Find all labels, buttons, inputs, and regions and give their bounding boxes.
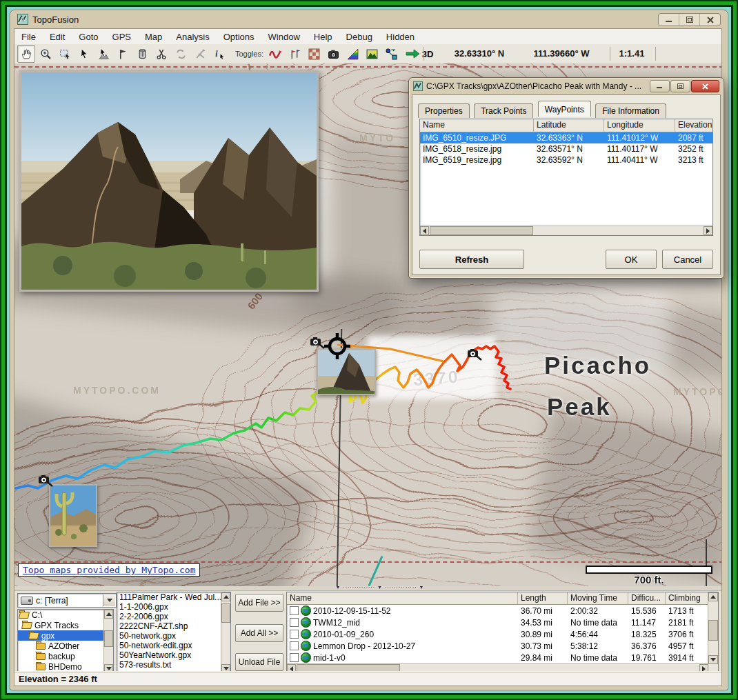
map-attribution[interactable]: Topo maps provided by MyTopo.com (18, 563, 200, 577)
col-header-moving-time[interactable]: Moving Time (568, 592, 628, 604)
tree-item-azother[interactable]: AZOther (18, 641, 113, 651)
eraser-tool-button[interactable] (133, 45, 151, 63)
toggle-tiles-button[interactable] (306, 45, 323, 63)
refresh-button[interactable]: Refresh (419, 250, 524, 269)
ok-button[interactable]: OK (606, 250, 657, 269)
toggle-tracks-button[interactable] (267, 45, 285, 63)
waypoints-table[interactable]: Name Latitude Longitude Elevation IMG_65… (419, 119, 713, 236)
select-track-button[interactable] (94, 45, 112, 63)
waypoint-row-selected[interactable]: IMG_6510_resize.JPG 32.63363° N 111.4101… (420, 132, 712, 143)
photo-thumbnail-cactus[interactable] (49, 484, 97, 547)
dialog-minimize-button[interactable] (650, 80, 670, 92)
tab-track-points[interactable]: Track Points (474, 103, 533, 118)
track-row[interactable]: TWM12_mid 34.53 miNo time data11.1472181… (287, 617, 708, 628)
waypoint-row[interactable]: IMG_6518_resize.jpg 32.63571° N 111.4011… (420, 143, 712, 154)
menu-map[interactable]: Map (138, 30, 169, 43)
track-checkbox[interactable] (290, 641, 299, 650)
menu-file[interactable]: File (14, 30, 43, 43)
tree-item-gpx-selected[interactable]: gpx (18, 630, 113, 641)
wp-col-latitude[interactable]: Latitude (534, 119, 604, 132)
track-row[interactable]: Lemmon Drop - 2012-10-27 30.73 mi5:38:12… (287, 640, 708, 652)
add-all-button[interactable]: Add All >> (235, 624, 283, 642)
tree-item-gpx-tracks[interactable]: GPX Tracks (18, 620, 113, 630)
menu-edit[interactable]: Edit (43, 30, 72, 43)
col-header-climbing[interactable]: Climbing (666, 592, 708, 604)
cut-track-button[interactable] (152, 45, 170, 63)
file-item[interactable]: 111Palmer Park - Wed Jul... (117, 592, 221, 602)
add-file-button[interactable]: Add File >> (235, 594, 283, 612)
waypoint-row[interactable]: IMG_6519_resize.jpg 32.63592° N 111.4041… (420, 154, 712, 166)
menu-hidden[interactable]: Hidden (379, 30, 421, 43)
toggle-waypoints-button[interactable] (286, 45, 304, 63)
track-checkbox[interactable] (290, 653, 299, 662)
unload-file-button[interactable]: Unload File (235, 653, 283, 671)
marquee-select-button[interactable] (56, 45, 74, 63)
wp-col-name[interactable]: Name (420, 119, 534, 132)
menu-window[interactable]: Window (261, 30, 307, 43)
file-item[interactable]: 50-network-edit.gpx (117, 641, 221, 650)
waypoints-horizontal-scrollbar[interactable] (420, 226, 712, 235)
tab-properties[interactable]: Properties (418, 103, 470, 118)
undo-redo-button[interactable] (172, 45, 190, 63)
file-item[interactable]: 2222CNF-AZT.shp (117, 621, 221, 631)
title-bar[interactable]: TopoFusion (10, 10, 728, 28)
toggle-network-button[interactable] (383, 45, 401, 63)
file-item[interactable]: 2-2-2006.gpx (117, 612, 221, 621)
col-header-length[interactable]: Length (518, 592, 568, 604)
toggle-elevation-gradient-button[interactable] (344, 45, 362, 63)
file-list-scrollbar[interactable] (221, 592, 230, 673)
file-item[interactable]: 1-1-2006.gpx (117, 602, 221, 612)
menu-goto[interactable]: Goto (72, 30, 105, 43)
track-checkbox[interactable] (290, 630, 299, 639)
tab-file-information[interactable]: File Information (595, 103, 666, 118)
waypoint-flag-button[interactable] (114, 45, 132, 63)
track-merge-button[interactable] (191, 45, 209, 63)
minimize-button[interactable] (659, 14, 679, 26)
camera-marker-icon[interactable] (467, 348, 482, 361)
file-list[interactable]: 111Palmer Park - Wed Jul... 1-1-2006.gpx… (117, 592, 231, 674)
menu-debug[interactable]: Debug (339, 30, 379, 43)
col-header-name[interactable]: Name (287, 592, 518, 604)
dialog-maximize-button[interactable] (670, 80, 690, 92)
cancel-button[interactable]: Cancel (662, 250, 713, 269)
wp-col-elevation[interactable]: Elevation (675, 119, 712, 132)
menu-help[interactable]: Help (307, 30, 339, 43)
pan-tool-button[interactable] (17, 45, 35, 63)
tree-item-c-drive[interactable]: C:\ (18, 610, 113, 620)
track-row[interactable]: 2010-12-09-15-11-52 36.70 mi2:00:3215.53… (287, 605, 708, 617)
camera-marker-icon[interactable] (38, 474, 53, 487)
waypoints-dialog[interactable]: C:\GPX Tracks\gpx\AZOther\Picacho Peak w… (408, 77, 724, 279)
drive-dropdown-arrow[interactable] (103, 594, 115, 606)
zoom-tool-button[interactable] (37, 45, 54, 63)
tree-item-backup[interactable]: backup (18, 651, 113, 661)
close-button[interactable] (699, 14, 720, 26)
track-checkbox[interactable] (290, 606, 299, 615)
file-item[interactable]: 573-results.txt (117, 660, 221, 670)
tab-waypoints[interactable]: WayPoints (538, 101, 591, 117)
panel-splitter-handle[interactable]: ▼ ·············· ▼ ·············· ▼ (328, 586, 432, 590)
menu-options[interactable]: Options (217, 30, 261, 43)
wp-col-longitude[interactable]: Longitude (604, 119, 675, 132)
file-item[interactable]: 50YearNetwork.gpx (117, 650, 221, 660)
select-tool-button[interactable] (75, 45, 93, 63)
info-tool-button[interactable]: i (210, 45, 228, 63)
menu-gps[interactable]: GPS (106, 30, 138, 43)
toggle-map-image-button[interactable] (363, 45, 381, 63)
loaded-tracks-table[interactable]: Name Length Moving Time Difficu... Climb… (286, 592, 719, 674)
track-row[interactable]: 2010-01-09_260 30.89 mi4:56:4418.3253706… (287, 628, 708, 640)
tree-scrollbar[interactable] (103, 610, 113, 673)
col-header-difficulty[interactable]: Difficu... (628, 592, 666, 604)
view-3d-button[interactable]: 3D (402, 45, 437, 63)
photo-overlay-vista[interactable] (19, 70, 319, 292)
track-checkbox[interactable] (290, 618, 299, 627)
drive-select[interactable]: c: [Terra] (17, 593, 117, 608)
dialog-close-button[interactable] (691, 80, 719, 92)
toggle-photos-button[interactable] (325, 45, 343, 63)
file-item[interactable]: 50-network.gpx (117, 631, 221, 641)
folder-tree[interactable]: C:\ GPX Tracks gpx AZOther backup BHDemo (17, 609, 114, 674)
maximize-button[interactable] (679, 14, 699, 26)
tracks-vertical-scrollbar[interactable] (708, 592, 718, 673)
track-row[interactable]: mid-1-v0 29.84 miNo time data19.7613914 … (287, 652, 708, 663)
tree-item-bhdemo[interactable]: BHDemo (18, 661, 113, 672)
menu-analysis[interactable]: Analysis (169, 30, 216, 43)
